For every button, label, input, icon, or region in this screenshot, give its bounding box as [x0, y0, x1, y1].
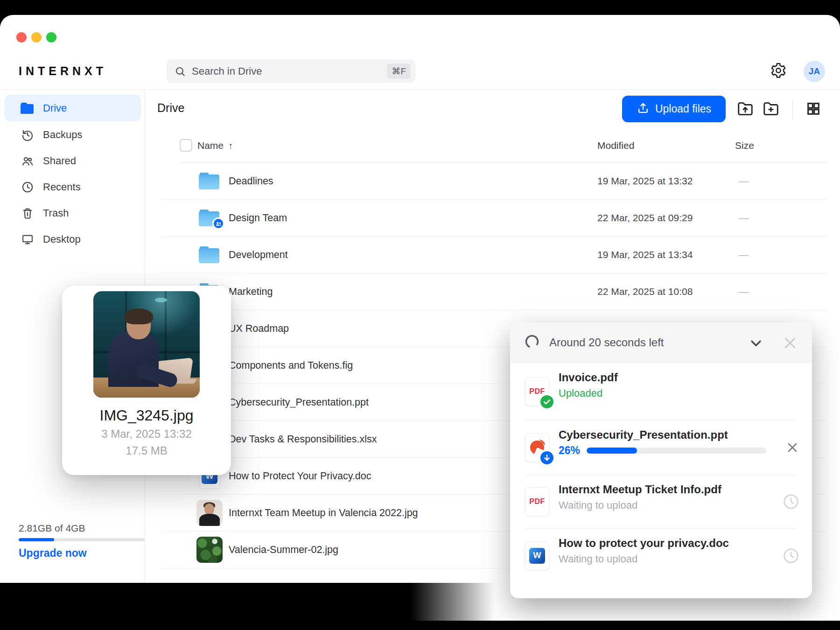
file-size: —	[739, 175, 749, 187]
file-name: Development	[229, 249, 288, 261]
file-name: UX Roadmap	[229, 323, 289, 335]
new-folder-button[interactable]	[762, 100, 780, 119]
sidebar-item-label: Recents	[43, 181, 81, 193]
backups-icon	[21, 128, 35, 141]
sidebar-item-shared[interactable]: Shared	[5, 150, 141, 172]
upgrade-now-link[interactable]: Upgrade now	[19, 547, 87, 560]
table-row[interactable]: Marketing22 Mar, 2025 at 10:08—	[161, 273, 827, 310]
account-avatar[interactable]: JA	[804, 61, 825, 82]
file-size: —	[739, 249, 749, 260]
sidebar-item-recents[interactable]: Recents	[5, 176, 141, 198]
table-row[interactable]: Development19 Mar, 2025 at 13:34—	[161, 237, 827, 273]
ppt-file-icon	[525, 433, 549, 462]
upload-percent-label: 26%	[559, 444, 580, 457]
search-icon	[174, 65, 186, 77]
image-preview-card: IMG_3245.jpg 3 Mar, 2025 13:32 17.5 MB	[62, 286, 231, 475]
upload-eta-label: Around 20 seconds left	[549, 336, 664, 349]
zoom-window-button[interactable]	[46, 32, 56, 42]
pdf-file-icon: PDF	[525, 377, 549, 406]
file-name: Deadlines	[229, 175, 273, 187]
search-input[interactable]: Search in Drive ⌘F	[167, 59, 415, 83]
recents-icon	[21, 181, 35, 194]
file-modified-date: 22 Mar, 2025 at 10:08	[597, 286, 693, 297]
file-name: Dev Tasks & Responsibilities.xlsx	[229, 434, 377, 445]
search-shortcut-badge: ⌘F	[387, 63, 411, 79]
grid-view-button[interactable]	[804, 100, 823, 119]
pdf-file-icon: PDF	[525, 487, 549, 516]
minimize-window-button[interactable]	[31, 32, 42, 42]
upload-item-row: Cybersecurity_Presentation.ppt26%	[510, 420, 812, 475]
storage-progress-bar	[19, 538, 145, 541]
column-header-name[interactable]: Name↑	[197, 140, 233, 151]
screenshot-stage: INTERNXT Search in Drive ⌘F JA DriveBack…	[0, 0, 840, 630]
upload-item-name: Cybersecurity_Presentation.ppt	[559, 428, 728, 441]
file-modified-date: 19 Mar, 2025 at 13:34	[597, 249, 693, 260]
column-header-modified[interactable]: Modified	[597, 140, 634, 151]
waiting-clock-icon	[782, 547, 800, 565]
sidebar-item-trash[interactable]: Trash	[5, 202, 141, 224]
header-divider	[0, 89, 840, 90]
folder-plus-icon	[762, 100, 780, 119]
close-panel-button[interactable]	[781, 334, 799, 354]
upload-files-button[interactable]: Upload files	[622, 96, 726, 122]
doc-file-icon: W	[525, 541, 549, 570]
desktop-icon	[21, 233, 35, 246]
upload-item-name: How to protect your privacy.doc	[559, 537, 729, 550]
file-name: Cybersecurity_Presentation.ppt	[229, 397, 369, 408]
page-title: Drive	[157, 101, 184, 115]
select-all-checkbox[interactable]	[180, 139, 192, 152]
internxt-logo: INTERNXT	[19, 64, 107, 78]
sort-arrow-icon: ↑	[228, 140, 233, 151]
upload-panel-header: Around 20 seconds left	[510, 322, 812, 363]
shared-folder-badge	[212, 217, 224, 230]
sidebar-item-backups[interactable]: Backups	[5, 124, 141, 146]
upload-item-status: Waiting to upload	[559, 499, 637, 511]
file-name: Components and Tokens.fig	[229, 360, 353, 371]
uploaded-check-badge	[539, 394, 555, 410]
file-size: —	[739, 212, 749, 224]
folder-icon	[196, 210, 223, 226]
toolbar-divider	[792, 99, 793, 119]
upload-folder-button[interactable]	[736, 100, 755, 119]
close-window-button[interactable]	[16, 32, 27, 42]
photo-thumbnail	[196, 500, 223, 526]
sidebar-item-desktop[interactable]: Desktop	[5, 228, 141, 251]
preview-date: 3 Mar, 2025 13:32	[62, 427, 231, 441]
upload-item-status: Uploaded	[559, 387, 602, 399]
upload-item-row: PDFInvoice.pdfUploaded	[510, 363, 812, 420]
upload-item-row: WHow to protect your privacy.docWaiting …	[510, 528, 812, 583]
file-name: Internxt Team Meetup in Valencia 2022.jp…	[229, 507, 418, 519]
uploading-arrow-badge	[539, 450, 555, 466]
column-header-size[interactable]: Size	[735, 140, 754, 151]
upload-item-name: Internxt Meetup Ticket Info.pdf	[559, 483, 721, 496]
sidebar-item-label: Trash	[43, 207, 69, 219]
upload-icon	[637, 101, 650, 117]
file-size: —	[739, 286, 749, 297]
cancel-upload-button[interactable]	[785, 440, 800, 455]
file-name: Marketing	[229, 286, 273, 298]
panel-backdrop-fade	[411, 583, 495, 621]
file-modified-date: 19 Mar, 2025 at 13:32	[597, 175, 693, 187]
upload-button-label: Upload files	[655, 103, 711, 115]
preview-photo	[93, 291, 200, 398]
file-name: Valencia-Summer-02.jpg	[229, 544, 338, 556]
upload-progress-line: 26%	[559, 444, 766, 457]
sidebar-item-label: Backups	[43, 129, 82, 141]
collapse-panel-button[interactable]	[748, 335, 764, 353]
file-name: Design Team	[229, 212, 287, 224]
file-modified-date: 22 Mar, 2025 at 09:29	[597, 212, 693, 224]
sidebar-item-label: Drive	[43, 102, 67, 114]
waiting-clock-icon	[782, 493, 800, 511]
sidebar-item-drive[interactable]: Drive	[5, 95, 141, 121]
trash-icon	[21, 207, 35, 220]
preview-filename: IMG_3245.jpg	[62, 407, 231, 424]
photo-thumbnail	[196, 537, 223, 563]
folder-icon	[196, 246, 223, 263]
settings-button[interactable]	[769, 62, 788, 81]
upload-item-name: Invoice.pdf	[559, 371, 618, 384]
search-placeholder: Search in Drive	[192, 65, 387, 77]
folder-icon	[196, 173, 223, 189]
storage-usage-label: 2.81GB of 4GB	[19, 523, 85, 534]
table-row[interactable]: Deadlines19 Mar, 2025 at 13:32—	[161, 163, 827, 200]
table-row[interactable]: Design Team22 Mar, 2025 at 09:29—	[161, 200, 827, 237]
